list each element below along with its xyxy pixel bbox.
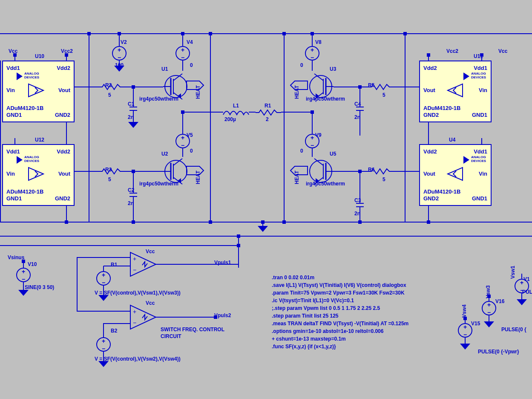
gnd-icon — [258, 226, 268, 232]
junction-node — [427, 220, 430, 224]
wire — [428, 138, 429, 144]
ref-r5: R5 — [368, 82, 374, 88]
inductor-l1 — [223, 109, 249, 116]
control-title: SWITCH FREQ. CONTROL CIRCUIT — [161, 326, 237, 340]
pin: GND1 — [6, 195, 22, 202]
wire — [133, 197, 134, 222]
ref-r1: R1 — [265, 103, 271, 109]
heat-flag-icon — [290, 81, 308, 90]
pin: Vdd2 — [57, 148, 70, 155]
ref-v16: V16 — [495, 298, 504, 304]
buffer-icon — [443, 82, 469, 99]
pin: GND1 — [472, 112, 487, 118]
model-u2: irg4pc50wtherm — [139, 181, 178, 187]
val-v5: 0 — [190, 148, 193, 154]
heat-flag-icon — [187, 166, 204, 175]
ref-b2: B2 — [111, 328, 117, 334]
logo-line: ANALOG — [24, 72, 39, 75]
adum-u4: Vdd2 Vdd1 Vout Vin GND2 GND1 ADuM4120-1B… — [419, 144, 492, 206]
logo-line: ANALOG — [24, 155, 39, 159]
wire — [103, 286, 104, 295]
wire — [238, 236, 239, 268]
wire — [104, 323, 130, 324]
ref-r6: R6 — [368, 167, 374, 173]
partnum: ADuM4120-1B — [423, 188, 460, 195]
bsource-b2 — [96, 337, 111, 352]
svg-text:−: − — [133, 266, 136, 273]
model-u3: irg4pc50wtherm — [306, 96, 345, 102]
ref-v4: V4 — [187, 39, 193, 45]
heat-flag-icon — [290, 166, 308, 175]
gnd-icon — [517, 299, 527, 305]
logo-line: DEVICES — [471, 75, 486, 79]
vsource-v8 — [305, 46, 319, 61]
wire — [103, 266, 104, 271]
svg-line-15 — [173, 159, 182, 165]
junction-node — [209, 32, 212, 35]
junction-node — [132, 85, 135, 89]
logo-line: ANALOG — [471, 72, 486, 75]
ref-u3: U3 — [330, 66, 336, 72]
val-v15: PULSE(0 {-Vpwr} — [478, 349, 519, 355]
junction-node — [132, 170, 135, 173]
pin: Vout — [423, 171, 435, 177]
wire — [281, 112, 312, 113]
junction-node — [22, 260, 25, 263]
pin: Vdd1 — [6, 148, 20, 155]
vsource-v2 — [112, 46, 127, 61]
model-u5: irg4pc50wtherm — [306, 181, 345, 187]
svg-line-23 — [314, 74, 323, 81]
net-vcc-cmp2: Vcc — [146, 300, 155, 306]
junction-node — [403, 32, 407, 35]
spice-line: .tran 0 0.02 0.01m — [272, 274, 408, 281]
pin: Vin — [6, 171, 15, 177]
analog-devices-logo: ANALOGDEVICES — [16, 72, 23, 80]
pin: Vdd2 — [57, 65, 70, 71]
vsource-v15 — [458, 323, 472, 338]
val-v8: 0 — [300, 62, 303, 68]
val-v4: 0 — [190, 62, 193, 68]
partnum: ADuM4120-1B — [423, 105, 460, 111]
logo-line: DEVICES — [471, 159, 486, 163]
partnum: ADuM4120-1B — [6, 105, 43, 111]
junction-node — [282, 32, 286, 35]
spice-line: ;.step param Vpwm list 0 0.5 1 1.75 2 2.… — [272, 304, 408, 312]
val-l1: 200µ — [224, 116, 236, 122]
net-vcc2-right: Vcc2 — [446, 48, 458, 54]
partnum: ADuM4120-1B — [6, 188, 43, 195]
wire — [0, 222, 532, 223]
wire — [23, 282, 24, 290]
pin: Vout — [423, 87, 435, 93]
wire — [334, 171, 368, 172]
gnd-icon — [128, 122, 138, 128]
svg-line-31 — [314, 159, 323, 165]
resistor-r1 — [256, 109, 281, 116]
pin: Vin — [6, 87, 15, 93]
wire — [0, 145, 1, 222]
wire — [124, 87, 163, 87]
svg-marker-35 — [290, 166, 308, 175]
wire — [481, 138, 482, 144]
svg-line-7 — [173, 74, 182, 81]
wire — [133, 111, 134, 122]
gnd-icon — [114, 66, 124, 72]
wire — [133, 87, 134, 107]
wire — [77, 257, 130, 258]
wire — [359, 171, 360, 203]
pin: GND1 — [472, 195, 487, 202]
ref-v15: V15 — [471, 321, 480, 327]
wire — [428, 206, 429, 222]
junction-node — [13, 53, 17, 57]
adum-u12: Vdd1 Vdd2 Vin Vout GND1 GND2 ADuM4120-1B… — [2, 144, 75, 206]
svg-marker-1 — [29, 168, 43, 180]
wire — [103, 323, 104, 332]
junction-node — [427, 53, 430, 57]
gnd-icon — [98, 295, 109, 301]
adum-u11: Vdd2 Vdd1 Vout Vin GND2 GND1 ADuM4120-1B… — [419, 61, 492, 122]
wire — [428, 122, 429, 139]
gnd-icon — [484, 321, 494, 327]
buffer-icon — [26, 82, 52, 99]
pin: Vout — [58, 87, 70, 93]
pin: GND2 — [423, 112, 439, 118]
svg-marker-11 — [187, 81, 204, 90]
